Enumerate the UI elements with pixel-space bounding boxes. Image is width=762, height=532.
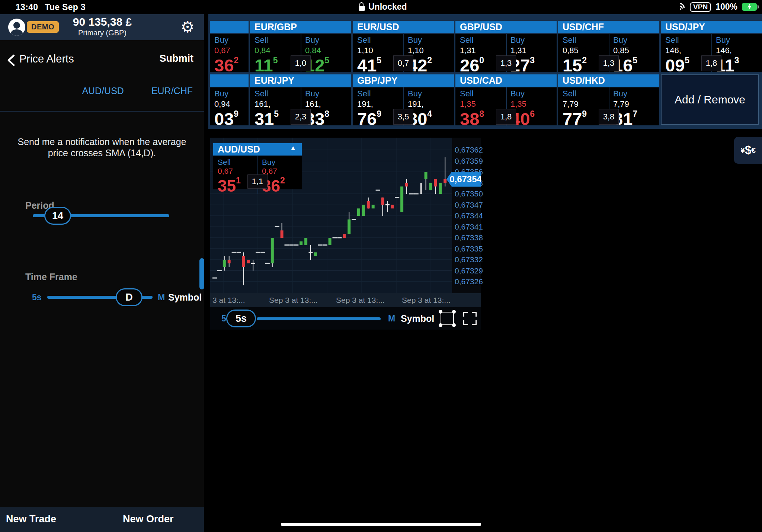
y-axis-label: 0,67344 <box>455 211 483 220</box>
buy-price-prefix: 146, <box>716 46 762 55</box>
avatar[interactable] <box>8 19 25 36</box>
sell-price-sup: 9 <box>377 109 381 119</box>
buy-price-sup: 5 <box>324 55 329 65</box>
pair-header: GBP/USD <box>455 21 557 33</box>
quote-tile-eur-usd[interactable]: EUR/USDSell1,10415Buy1,104220,7 <box>353 21 454 72</box>
wifi-icon <box>674 3 685 11</box>
currency-selector-flyout[interactable]: ¥$€ <box>734 137 762 164</box>
buy-price: 338 <box>305 109 351 127</box>
quote-tile-eur-jpy[interactable]: EUR/JPYSell161,315Buy161,3382,3 <box>250 74 351 125</box>
chart-timeframe-slider-handle[interactable]: 5s <box>226 310 256 327</box>
x-axis-label: Sep 3 at 13:... <box>336 296 385 305</box>
tile-body: Buy0,67362 <box>210 34 249 72</box>
sell-price-big: 76 <box>357 109 377 129</box>
pair-header: GBP/JPY <box>353 74 454 87</box>
account-balance: 90 135,38 £ <box>52 16 153 28</box>
tile-body: Buy0,94039 <box>210 87 249 125</box>
sell-price-big: 09 <box>665 55 685 75</box>
buy-price-sup: 3 <box>530 55 535 65</box>
chart-symbol-label[interactable]: Symbol <box>401 313 434 324</box>
box-select-icon[interactable] <box>441 312 454 325</box>
y-axis-label: 0,67350 <box>455 189 483 198</box>
add-remove-button[interactable]: Add / Remove <box>661 74 759 125</box>
buy-label: Buy <box>408 89 454 99</box>
buy-price-prefix: 161, <box>305 99 351 109</box>
sell-price-prefix: 191, <box>357 99 403 109</box>
chart-toolbar: 5 5s M Symbol <box>210 307 481 330</box>
buy-price-sup: 8 <box>324 109 329 119</box>
sell-price-sup: 1 <box>236 176 241 185</box>
buy-price-prefix: 1,10 <box>408 46 454 55</box>
spread-value: 3,5 <box>393 109 413 125</box>
chart-panel: 0,673620,673590,673560,673530,673500,673… <box>210 138 481 330</box>
sell-price-prefix: 1,31 <box>460 46 506 55</box>
buy-button[interactable]: Buy0,94039 <box>210 87 229 125</box>
tab-aud-usd[interactable]: AUD/USD <box>82 86 124 99</box>
quote-tile-usd-jpy[interactable]: USD/JPYSell146,095Buy146,1131,8 <box>661 21 762 72</box>
buy-price-prefix: 0,84 <box>305 46 351 55</box>
vpn-badge: VPN <box>690 2 711 12</box>
alert-description: Send me a notification when the average … <box>15 136 189 158</box>
chart-quote-box[interactable]: AUD/USD ▲ Sell 0,67 351 Buy 0,67 362 1,1 <box>213 143 302 189</box>
quote-tile[interactable]: Buy0,94039 <box>210 74 249 125</box>
chart-pair-header[interactable]: AUD/USD ▲ <box>213 143 302 156</box>
x-axis-label: 3 at 13:... <box>212 296 245 305</box>
alert-tabs: AUD/USD EUR/CHF <box>0 86 204 99</box>
gear-icon[interactable]: ⚙ <box>178 17 197 36</box>
tab-eur-chf[interactable]: EUR/CHF <box>151 86 193 99</box>
submit-button[interactable]: Submit <box>160 53 194 64</box>
period-slider-handle[interactable]: 14 <box>44 207 71 225</box>
new-order-button[interactable]: New Order <box>123 513 174 525</box>
sidebar-footer: New Trade New Order <box>0 507 204 532</box>
sell-label: Sell <box>218 158 257 167</box>
new-trade-button[interactable]: New Trade <box>6 513 56 525</box>
buy-price: 039 <box>214 109 229 127</box>
account-summary[interactable]: 90 135,38 £ Primary (GBP) <box>52 16 153 37</box>
unlock-icon <box>359 5 365 11</box>
buy-label: Buy <box>510 89 557 99</box>
lock-status-label: Unlocked <box>368 2 407 12</box>
quote-tile[interactable]: Buy0,67362 <box>210 21 249 72</box>
y-axis-label: 0,67326 <box>455 277 483 286</box>
home-indicator[interactable] <box>281 523 481 526</box>
y-axis-label: 0,67341 <box>455 222 483 231</box>
page-title: Price Alerts <box>19 53 74 65</box>
quote-tile-gbp-usd[interactable]: GBP/USDSell1,31260Buy1,312731,3 <box>455 21 557 72</box>
buy-button[interactable]: Buy0,67362 <box>210 34 229 72</box>
quote-tile-eur-gbp[interactable]: EUR/GBPSell0,84115Buy0,841251,0 <box>250 21 351 72</box>
collapse-triangle-icon[interactable]: ▲ <box>289 144 297 156</box>
sell-price-big: 15 <box>563 55 582 75</box>
fullscreen-icon[interactable] <box>463 312 477 325</box>
y-axis-label: 0,67347 <box>455 201 483 209</box>
tile-body: Sell146,095Buy146,1131,8 <box>661 34 762 72</box>
sell-price-sup: 9 <box>582 109 587 119</box>
quote-tile-usd-hkd[interactable]: USD/HKDSell7,79779Buy7,798173,8 <box>558 74 659 125</box>
spread-value: 1,8 <box>496 109 516 125</box>
back-chevron-icon[interactable] <box>6 54 17 66</box>
spread-value: 3,8 <box>599 109 619 125</box>
buy-label: Buy <box>613 89 659 99</box>
pair-header: USD/JPY <box>661 21 762 33</box>
pair-header: USD/HKD <box>558 74 659 87</box>
chart-x-axis: 3 at 13:... Sep 3 at 13:... Sep 3 at 13:… <box>210 293 481 307</box>
sell-price-big: 31 <box>254 109 274 129</box>
pair-header: EUR/USD <box>353 21 454 33</box>
symbol-label[interactable]: Symbol <box>168 292 202 303</box>
tile-body: Sell7,79779Buy7,798173,8 <box>558 87 659 125</box>
quote-tile-usd-cad[interactable]: USD/CADSell1,35388Buy1,354061,8 <box>455 74 557 125</box>
quote-tile-usd-chf[interactable]: USD/CHFSell0,85152Buy0,851651,3 <box>558 21 659 72</box>
y-axis-label: 0,67359 <box>455 157 483 166</box>
sell-price-big: 41 <box>357 55 377 75</box>
buy-label: Buy <box>305 35 351 45</box>
sell-label: Sell <box>357 89 403 99</box>
sell-label: Sell <box>563 35 609 45</box>
scrollbar[interactable] <box>199 258 204 289</box>
chart-pair-label: AUD/USD <box>218 144 260 156</box>
buy-price-sup: 7 <box>633 109 637 119</box>
quote-tile-gbp-jpy[interactable]: GBP/JPYSell191,769Buy191,8043,5 <box>353 74 454 125</box>
buy-price-prefix: 1,31 <box>510 46 557 55</box>
chart-timeframe-slider-track[interactable] <box>257 317 381 320</box>
time-frame-slider-handle[interactable]: D <box>116 288 143 306</box>
sell-price-prefix: 1,10 <box>357 46 403 55</box>
sell-price-sup: 2 <box>582 55 587 65</box>
